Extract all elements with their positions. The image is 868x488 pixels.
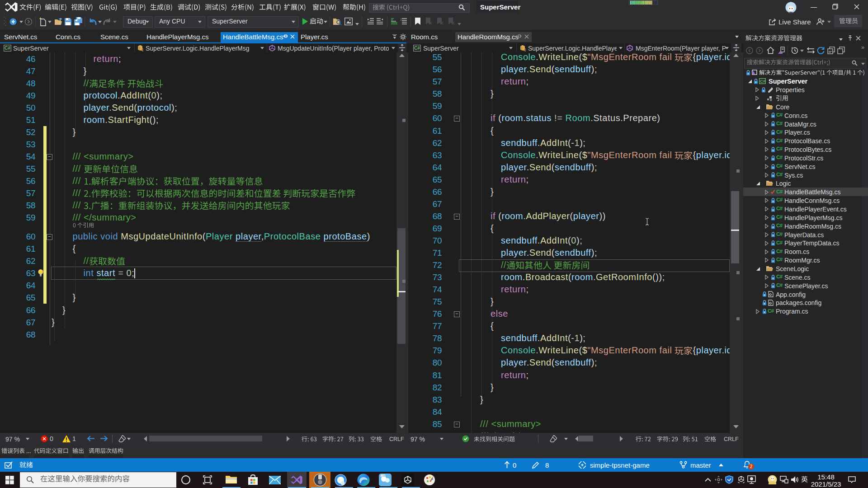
svg-text:2: 2	[400, 18, 402, 21]
svg-text:C#: C#	[5, 46, 10, 51]
svg-text:C#: C#	[414, 46, 420, 51]
svg-text:LIVE: LIVE	[381, 474, 387, 477]
svg-text:C#: C#	[760, 79, 765, 84]
